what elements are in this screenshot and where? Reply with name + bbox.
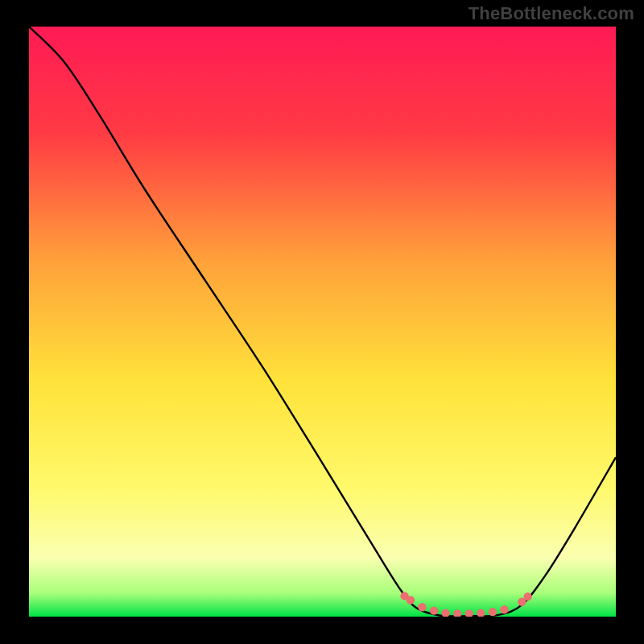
plot-area bbox=[29, 27, 616, 617]
watermark-text: TheBottleneck.com bbox=[469, 3, 634, 24]
marker-dot bbox=[523, 592, 531, 601]
chart-frame: TheBottleneck.com bbox=[0, 0, 644, 644]
marker-dot bbox=[500, 605, 508, 613]
marker-dot bbox=[407, 596, 415, 604]
gradient-background bbox=[29, 27, 616, 617]
marker-dot bbox=[418, 603, 426, 611]
marker-dot bbox=[489, 608, 497, 616]
marker-dot bbox=[430, 606, 438, 614]
gradient-curve-chart bbox=[29, 27, 616, 617]
